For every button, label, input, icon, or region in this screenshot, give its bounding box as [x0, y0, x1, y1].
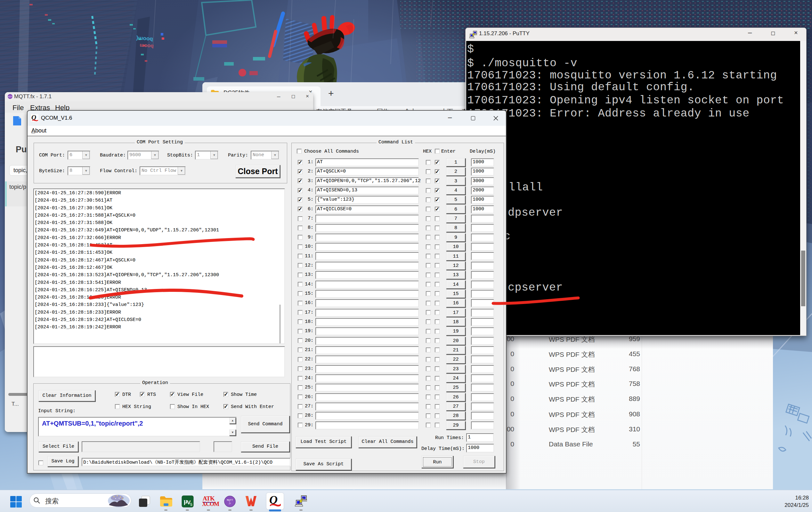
svg-text:MQTT: MQTT	[227, 499, 233, 502]
svg-text:fx: fx	[229, 502, 231, 505]
svg-text:5: 5	[190, 503, 193, 507]
